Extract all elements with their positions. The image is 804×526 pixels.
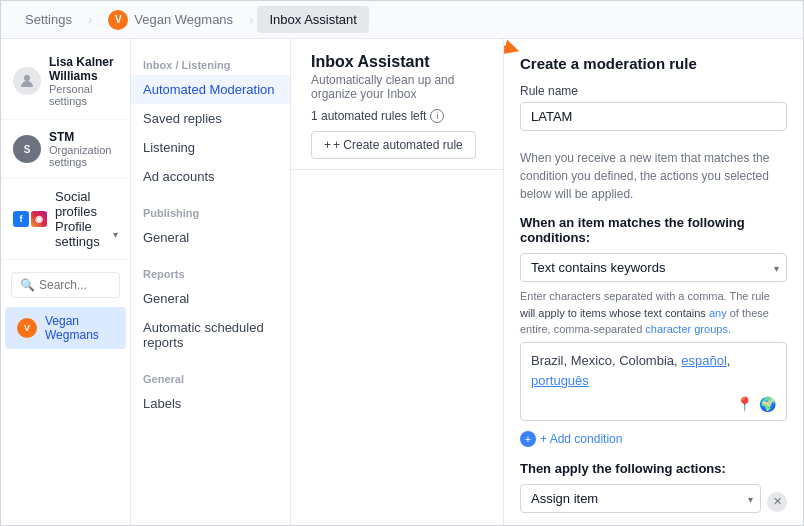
plus-icon: + (324, 138, 331, 152)
action1-close-button[interactable]: ✕ (767, 492, 787, 512)
mid-nav-ad-accounts[interactable]: Ad accounts (131, 162, 290, 191)
mid-nav-general-publishing[interactable]: General (131, 223, 290, 252)
condition-description: When you receive a new item that matches… (520, 149, 787, 203)
emoji-pin-icon: 📍 (736, 396, 753, 412)
brand-avatar: V (108, 10, 128, 30)
search-icon: 🔍 (20, 278, 35, 292)
search-box[interactable]: 🔍 (11, 272, 120, 298)
mid-sidebar: Inbox / Listening Automated Moderation S… (131, 39, 291, 525)
settings-tab[interactable]: Settings (13, 6, 84, 33)
inbox-section-label: Inbox / Listening (131, 51, 290, 75)
keywords-box[interactable]: Brazil, Mexico, Colombia, español, portu… (520, 342, 787, 422)
keyword-espanol[interactable]: español (681, 353, 727, 368)
character-groups-link[interactable]: character groups (645, 323, 728, 335)
keywords-box-icons: 📍 🌍 (531, 396, 776, 412)
instagram-icon: ◉ (31, 211, 47, 227)
mid-nav-saved-replies[interactable]: Saved replies (131, 104, 290, 133)
search-input[interactable] (39, 278, 111, 292)
rule-name-label: Rule name (520, 84, 787, 98)
social-profiles[interactable]: f ◉ Social profiles Profile settings ▾ (1, 183, 130, 255)
top-bar: Settings › V Vegan Wegmans › Inbox Assis… (1, 1, 803, 39)
org-avatar: S (13, 135, 41, 163)
mid-nav-labels[interactable]: Labels (131, 389, 290, 418)
plus-circle-icon: + (520, 431, 536, 447)
social-label: Social profiles (55, 189, 118, 219)
actions-title: Then apply the following actions: (520, 461, 787, 476)
social-sub: Profile settings (55, 219, 111, 249)
action-row-1: Assign item ▾ ✕ (520, 484, 787, 519)
orange-arrow-icon (503, 39, 524, 63)
right-panel-title: Create a moderation rule (520, 55, 787, 72)
emoji-globe-icon: 🌍 (759, 396, 776, 412)
keyword-hint: Enter characters separated with a comma.… (520, 288, 787, 338)
user-profile[interactable]: Lisa Kalner Williams Personal settings (1, 47, 130, 115)
inbox-header: Inbox Assistant Automatically clean up a… (291, 39, 503, 170)
svg-point-0 (24, 75, 30, 81)
rules-left-count: 1 automated rules left i (311, 109, 483, 123)
user-role: Personal settings (49, 83, 118, 107)
left-sidebar: Lisa Kalner Williams Personal settings S… (1, 39, 131, 525)
reports-section-label: Reports (131, 260, 290, 284)
user-name: Lisa Kalner Williams (49, 55, 118, 83)
user-avatar (13, 67, 41, 95)
brand-tab[interactable]: V Vegan Wegmans (96, 4, 245, 36)
org-name: STM (49, 130, 118, 144)
sidebar-brand-label: Vegan Wegmans (45, 314, 114, 342)
mid-nav-general-reports[interactable]: General (131, 284, 290, 313)
divider-3 (1, 259, 130, 260)
rule-name-input[interactable] (520, 102, 787, 131)
divider-1 (1, 119, 130, 120)
condition-select-wrapper: Text contains keywords ▾ (520, 253, 787, 282)
inbox-subtitle: Automatically clean up and organize your… (311, 73, 483, 101)
mid-nav-listening[interactable]: Listening (131, 133, 290, 162)
arrow-decoration: Create a moderation rule (520, 55, 787, 72)
divider-2 (1, 178, 130, 179)
org-profile[interactable]: S STM Organization settings (1, 124, 130, 174)
mid-nav-auto-scheduled-reports[interactable]: Automatic scheduled reports (131, 313, 290, 357)
sidebar-item-vegan-wegmans[interactable]: V Vegan Wegmans (5, 307, 126, 349)
brand-avatar-small: V (17, 318, 37, 338)
content-area: Inbox Assistant Automatically clean up a… (291, 39, 503, 525)
keyword-portugues[interactable]: português (531, 373, 589, 388)
social-icons-group: f ◉ (13, 211, 47, 227)
general-section-label: General (131, 365, 290, 389)
facebook-icon: f (13, 211, 29, 227)
chevron-down-icon: ▾ (113, 229, 118, 240)
any-link[interactable]: any (709, 307, 727, 319)
condition-type-select[interactable]: Text contains keywords (520, 253, 787, 282)
create-rule-button[interactable]: + + Create automated rule (311, 131, 476, 159)
publishing-section-label: Publishing (131, 199, 290, 223)
conditions-title: When an item matches the following condi… (520, 215, 787, 245)
action1-type-select[interactable]: Assign item (520, 484, 761, 513)
inbox-tab[interactable]: Inbox Assistant (257, 6, 368, 33)
mid-nav-automated-moderation[interactable]: Automated Moderation (131, 75, 290, 104)
info-icon: i (430, 109, 444, 123)
right-panel: Create a moderation rule Rule name When … (503, 39, 803, 525)
inbox-title: Inbox Assistant (311, 53, 483, 71)
add-condition-button[interactable]: + + Add condition (520, 431, 787, 447)
action1-select-wrapper: Assign item ▾ (520, 484, 761, 513)
org-role: Organization settings (49, 144, 118, 168)
keywords-content: Brazil, Mexico, Colombia, español, portu… (531, 351, 776, 393)
